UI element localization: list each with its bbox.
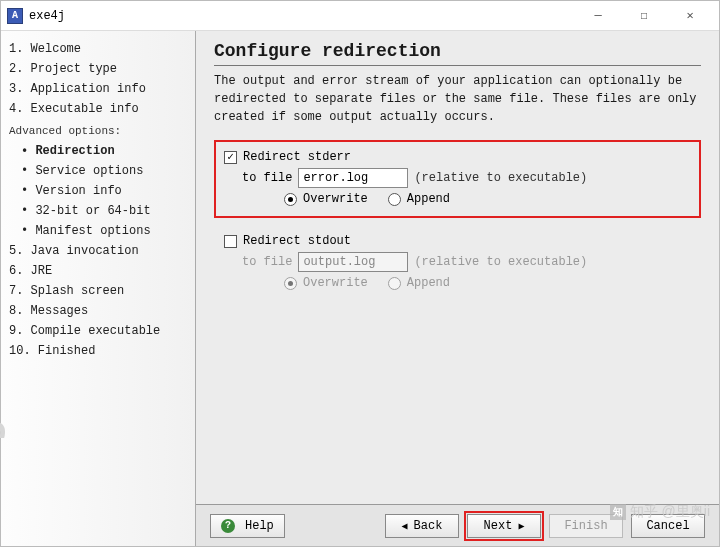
page-description: The output and error stream of your appl… [214,72,701,126]
step-service-options[interactable]: Service options [9,161,189,181]
arrow-right-icon: ▶ [518,520,524,532]
step-project-type[interactable]: 2. Project type [9,59,189,79]
titlebar: A exe4j ─ ☐ ✕ [1,1,719,31]
minimize-button[interactable]: ─ [575,2,621,30]
stdout-hint: (relative to executable) [414,255,587,269]
window-title: exe4j [29,9,65,23]
step-manifest-options[interactable]: Manifest options [9,221,189,241]
stderr-overwrite-radio[interactable] [284,193,297,206]
step-compile-executable[interactable]: 9. Compile executable [9,321,189,341]
back-button[interactable]: ◀ Back [385,514,459,538]
page-title: Configure redirection [214,41,701,61]
cancel-button[interactable]: Cancel [631,514,705,538]
app-icon: A [7,8,23,24]
stderr-hint: (relative to executable) [414,171,587,185]
step-executable-info[interactable]: 4. Executable info [9,99,189,119]
brand-logo: exe4j [0,416,9,538]
step-finished[interactable]: 10. Finished [9,341,189,361]
arrow-left-icon: ◀ [402,520,408,532]
footer: ? Help ◀ Back Next ▶ Finish Cancel [196,504,719,546]
redirect-stderr-checkbox[interactable] [224,151,237,164]
help-button-label: Help [245,519,274,533]
step-jre[interactable]: 6. JRE [9,261,189,281]
divider [214,65,701,66]
stderr-append-radio[interactable] [388,193,401,206]
stdout-file-input: output.log [298,252,408,272]
step-32-64-bit[interactable]: 32-bit or 64-bit [9,201,189,221]
redirect-stdout-label: Redirect stdout [243,234,351,248]
stderr-to-file-label: to file [242,171,292,185]
close-button[interactable]: ✕ [667,2,713,30]
redirect-stdout-checkbox[interactable] [224,235,237,248]
stderr-append-label: Append [407,192,450,206]
help-icon: ? [221,519,235,533]
stderr-file-input[interactable]: error.log [298,168,408,188]
next-button[interactable]: Next ▶ [467,514,541,538]
redirect-stderr-label: Redirect stderr [243,150,351,164]
step-redirection[interactable]: Redirection [9,141,189,161]
main-panel: Configure redirection The output and err… [196,31,719,546]
sidebar: 1. Welcome 2. Project type 3. Applicatio… [1,31,196,546]
cancel-button-label: Cancel [646,519,689,533]
stdout-overwrite-label: Overwrite [303,276,368,290]
next-button-label: Next [484,519,513,533]
stdout-to-file-label: to file [242,255,292,269]
maximize-button[interactable]: ☐ [621,2,667,30]
stdout-append-label: Append [407,276,450,290]
back-button-label: Back [414,519,443,533]
finish-button: Finish [549,514,623,538]
stdout-append-radio [388,277,401,290]
app-window: A exe4j ─ ☐ ✕ 1. Welcome 2. Project type… [0,0,720,547]
stdout-overwrite-radio [284,277,297,290]
stderr-overwrite-label: Overwrite [303,192,368,206]
step-welcome[interactable]: 1. Welcome [9,39,189,59]
step-version-info[interactable]: Version info [9,181,189,201]
stderr-group: Redirect stderr to file error.log (relat… [214,140,701,218]
help-button[interactable]: ? Help [210,514,285,538]
advanced-options-label: Advanced options: [9,121,189,141]
finish-button-label: Finish [564,519,607,533]
stdout-group: Redirect stdout to file output.log (rela… [214,224,701,302]
step-splash-screen[interactable]: 7. Splash screen [9,281,189,301]
step-java-invocation[interactable]: 5. Java invocation [9,241,189,261]
step-application-info[interactable]: 3. Application info [9,79,189,99]
step-messages[interactable]: 8. Messages [9,301,189,321]
